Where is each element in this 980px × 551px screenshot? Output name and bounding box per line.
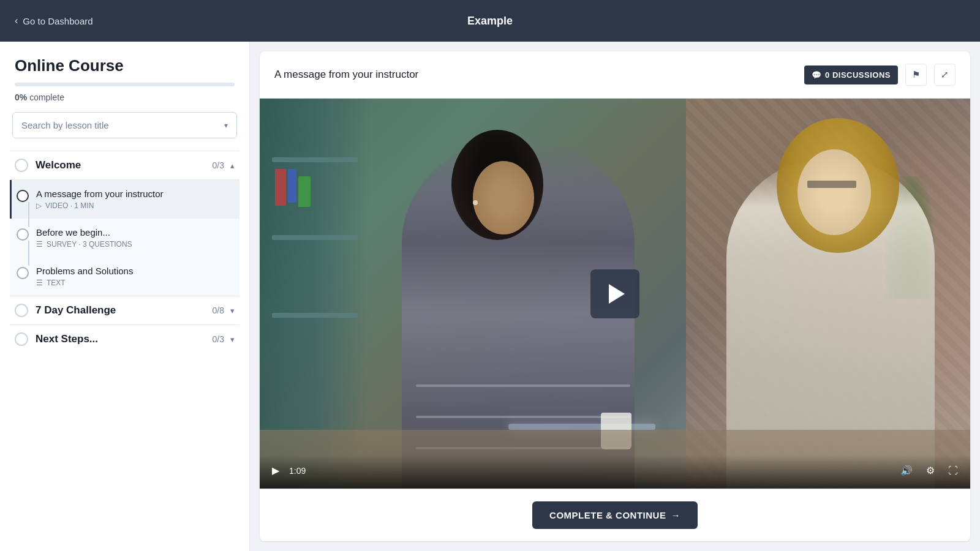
section-welcome-circle: [15, 159, 28, 172]
book-3: [298, 176, 311, 207]
lesson-info-begin: Before we begin... ☰ SURVEY · 3 QUESTION…: [36, 227, 235, 249]
complete-continue-button[interactable]: COMPLETE & CONTINUE →: [532, 501, 698, 529]
volume-button[interactable]: 🔊: [898, 462, 915, 479]
shelf-1: [272, 157, 358, 162]
back-link-label: Go to Dashboard: [23, 16, 92, 26]
video-icon: ▷: [36, 201, 42, 210]
progress-percent: 0%: [15, 92, 27, 102]
main-layout: Online Course 0% complete Search by less…: [0, 42, 980, 551]
flag-button[interactable]: ⚑: [905, 64, 927, 86]
back-link[interactable]: ‹ Go to Dashboard: [15, 15, 93, 26]
lesson-item-problems[interactable]: Problems and Solutions ☰ TEXT: [10, 257, 239, 296]
section-welcome[interactable]: Welcome 0/3 ▴: [10, 151, 239, 179]
section-welcome-right: 0/3 ▴: [213, 160, 235, 170]
fullscreen-button[interactable]: ⛶: [946, 463, 960, 479]
lesson-meta-msg: ▷ VIDEO · 1 MIN: [36, 201, 235, 210]
section-next-left: Next Steps...: [15, 332, 98, 346]
play-overlay[interactable]: [590, 269, 639, 318]
settings-button[interactable]: ⚙: [924, 462, 937, 479]
progress-bar-container: [10, 83, 239, 86]
complete-footer: COMPLETE & CONTINUE →: [260, 489, 970, 541]
section-7day-title: 7 Day Challenge: [36, 304, 116, 317]
lesson-name-begin: Before we begin...: [36, 227, 235, 238]
welcome-lessons: A message from your instructor ▷ VIDEO ·…: [10, 179, 239, 296]
stripe-3: [416, 384, 630, 387]
section-next[interactable]: Next Steps... 0/3 ▾: [10, 324, 239, 353]
stripe-2: [416, 416, 630, 418]
chevron-up-icon: ▴: [230, 161, 235, 170]
section-next-count: 0/3: [213, 334, 224, 344]
lesson-type-msg: VIDEO · 1 MIN: [45, 201, 94, 210]
lesson-type-begin: SURVEY · 3 QUESTIONS: [47, 240, 132, 249]
laptop: [508, 424, 655, 430]
page-title: Example: [467, 15, 513, 28]
discussion-icon: 💬: [812, 70, 822, 80]
controls-right: 🔊 ⚙ ⛶: [898, 462, 960, 479]
play-triangle-icon: [609, 284, 625, 304]
section-7day[interactable]: 7 Day Challenge 0/8 ▾: [10, 296, 239, 324]
discussions-button[interactable]: 💬 0 DISCUSSIONS: [804, 66, 898, 84]
section-next-right: 0/3 ▾: [213, 334, 235, 344]
progress-bar-bg: [15, 83, 235, 86]
progress-suffix: complete: [29, 92, 64, 102]
lesson-meta-problems: ☰ TEXT: [36, 279, 235, 287]
section-next-title: Next Steps...: [36, 333, 98, 345]
lesson-name-problems: Problems and Solutions: [36, 266, 235, 276]
expand-icon: ⤢: [941, 69, 949, 80]
section-7day-circle: [15, 304, 28, 317]
content-lesson-title: A message from your instructor: [274, 69, 418, 81]
section-next-circle: [15, 332, 28, 346]
content-actions: 💬 0 DISCUSSIONS ⚑ ⤢: [804, 64, 956, 86]
lesson-circle-begin: [17, 228, 29, 241]
flag-icon: ⚑: [912, 69, 920, 80]
section-welcome-left: Welcome: [15, 159, 81, 172]
content-area: A message from your instructor 💬 0 DISCU…: [260, 51, 970, 541]
top-nav: ‹ Go to Dashboard Example: [0, 0, 980, 42]
discussions-count: 0 DISCUSSIONS: [825, 70, 891, 80]
section-welcome-title: Welcome: [36, 159, 81, 171]
lesson-info-problems: Problems and Solutions ☰ TEXT: [36, 266, 235, 287]
lesson-name-msg: A message from your instructor: [36, 189, 235, 199]
lesson-info-msg: A message from your instructor ▷ VIDEO ·…: [36, 189, 235, 210]
expand-button[interactable]: ⤢: [934, 64, 956, 86]
shelf-3: [272, 313, 358, 318]
sidebar: Online Course 0% complete Search by less…: [0, 42, 250, 551]
section-7day-right: 0/8 ▾: [213, 305, 235, 315]
lesson-type-problems: TEXT: [47, 279, 66, 287]
glasses: [807, 181, 856, 188]
lesson-circle-msg: [17, 190, 29, 202]
lesson-meta-begin: ☰ SURVEY · 3 QUESTIONS: [36, 240, 235, 249]
video-container: ▶ 1:09 🔊 ⚙ ⛶: [260, 99, 970, 489]
course-title: Online Course: [10, 56, 239, 75]
face-dark: [473, 161, 534, 234]
lesson-circle-problems: [17, 267, 29, 279]
face-blonde: [797, 149, 871, 235]
search-dropdown[interactable]: Search by lesson title ▾: [12, 112, 237, 138]
progress-text: 0% complete: [10, 90, 239, 112]
section-7day-count: 0/8: [213, 305, 224, 315]
dropdown-arrow-icon: ▾: [224, 121, 228, 130]
book-2: [288, 169, 296, 203]
time-display: 1:09: [289, 466, 306, 476]
section-7day-left: 7 Day Challenge: [15, 304, 116, 317]
book-1: [275, 169, 286, 206]
video-controls: ▶ 1:09 🔊 ⚙ ⛶: [260, 455, 970, 489]
search-placeholder: Search by lesson title: [21, 120, 109, 130]
chevron-down-icon-next: ▾: [230, 335, 235, 344]
text-icon: ☰: [36, 279, 43, 287]
chevron-down-icon-7day: ▾: [230, 306, 235, 315]
complete-arrow: →: [671, 510, 680, 520]
earring: [473, 200, 478, 205]
survey-icon: ☰: [36, 240, 43, 249]
video-thumbnail: ▶ 1:09 🔊 ⚙ ⛶: [260, 99, 970, 489]
content-header: A message from your instructor 💬 0 DISCU…: [260, 51, 970, 99]
complete-label: COMPLETE & CONTINUE: [549, 510, 666, 520]
shelf-2: [272, 235, 358, 240]
section-welcome-count: 0/3: [213, 160, 224, 170]
play-button[interactable]: ▶: [270, 462, 282, 479]
chevron-left-icon: ‹: [15, 15, 18, 26]
lesson-item-msg[interactable]: A message from your instructor ▷ VIDEO ·…: [10, 180, 239, 219]
lesson-item-begin[interactable]: Before we begin... ☰ SURVEY · 3 QUESTION…: [10, 219, 239, 257]
